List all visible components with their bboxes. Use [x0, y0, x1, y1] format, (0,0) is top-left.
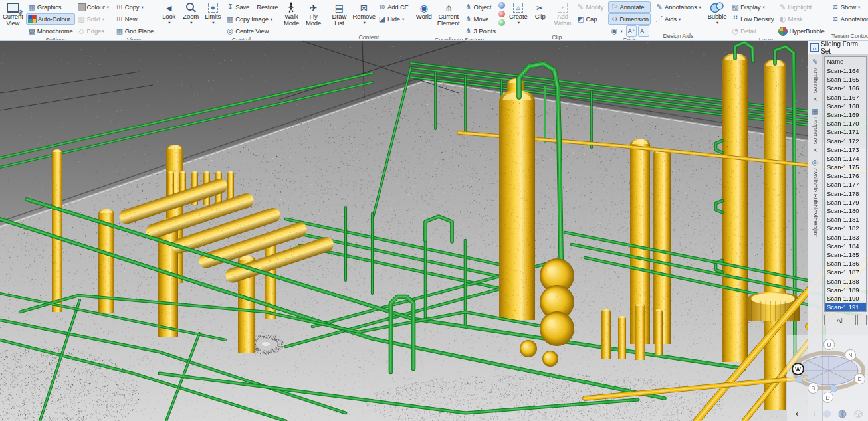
scan-list-item[interactable]: Scan-1.185	[825, 250, 866, 259]
scan-list-item[interactable]: Scan-1.169	[825, 110, 866, 119]
add-within-button[interactable]: +Add Within	[552, 1, 574, 34]
centre-view-button[interactable]: ◎Centre View	[224, 25, 280, 37]
scan-list-item[interactable]: Scan-1.188	[825, 277, 866, 286]
scan-list-item[interactable]: Scan-1.182	[825, 224, 866, 232]
scan-list-item[interactable]: Scan-1.179	[825, 198, 866, 207]
scan-list-item[interactable]: Scan-1.190	[825, 294, 866, 303]
compass-north[interactable]: N	[845, 349, 856, 361]
compass-south[interactable]: S	[808, 382, 819, 394]
scan-list-item[interactable]: Scan-1.164	[825, 66, 866, 75]
annotation-text-decrease-button[interactable]: A~	[638, 25, 649, 37]
highlight-button[interactable]: ✎Highlight	[776, 1, 826, 13]
scan-list-item[interactable]: Scan-1.184	[825, 242, 866, 250]
tab-attributes[interactable]: ✎ Attributes	[812, 56, 819, 94]
fly-mode-button[interactable]: ✈Fly Mode	[302, 1, 324, 34]
terrain-show-button[interactable]: ≋Show▾	[829, 1, 868, 13]
plane-blue-icon[interactable]	[498, 2, 505, 9]
graphics-button[interactable]: ▦Graphics	[26, 1, 75, 13]
solid-button[interactable]: ▥Solid▾	[76, 13, 111, 25]
clip-button[interactable]: ✂Clip	[530, 1, 551, 34]
viewport-3d[interactable]	[0, 41, 868, 421]
scan-list-item[interactable]: Scan-1.181	[825, 215, 866, 224]
current-element-button[interactable]: ⋔Current Element	[435, 1, 462, 34]
terrain-annotations-button[interactable]: ≋Annotations	[829, 13, 868, 25]
dimension-button[interactable]: ↔Dimension	[608, 13, 651, 25]
grid-plane-button[interactable]: ▦Grid Plane	[114, 25, 156, 37]
scan-list-item[interactable]: Scan-1.174	[825, 154, 866, 163]
three-points-button[interactable]: ⋔3 Points	[463, 25, 498, 37]
view-forward-icon[interactable]: →	[810, 409, 816, 418]
scan-list-item[interactable]: Scan-1.177	[825, 180, 866, 189]
scan-list-item[interactable]: Scan-1.189	[825, 286, 866, 294]
scan-list-item[interactable]: Scan-1.187	[825, 268, 866, 276]
mask-button[interactable]: ◐Mask	[776, 13, 826, 25]
move-button[interactable]: ⋔Move	[463, 13, 498, 25]
view-back-icon[interactable]: ←	[796, 409, 802, 418]
globe-view-icon[interactable]	[838, 410, 847, 418]
compass-east[interactable]: E	[854, 373, 865, 384]
cube-view-icon[interactable]	[854, 410, 863, 418]
tab-properties[interactable]: ▦ Properties	[812, 106, 818, 145]
close-attributes-icon[interactable]: ✕	[813, 94, 817, 106]
hide-button[interactable]: ◪Hide▾	[376, 13, 411, 25]
display-button[interactable]: ▧Display▾	[729, 1, 776, 13]
world-button[interactable]: ◉World	[413, 1, 435, 34]
scan-list-item[interactable]: Scan-1.176	[825, 171, 866, 180]
scan-list-item[interactable]: Scan-1.165	[825, 75, 866, 84]
partial-button[interactable]	[857, 315, 867, 325]
low-density-button[interactable]: ⠛Low Density	[729, 13, 776, 25]
scan-list-item[interactable]: Scan-1.183	[825, 233, 866, 242]
scan-list-item[interactable]: Scan-1.186	[825, 259, 866, 268]
monochrome-button[interactable]: ▩Monochrome	[26, 25, 75, 37]
view-dot-icon[interactable]	[823, 410, 831, 418]
scan-list-item[interactable]: Scan-1.168	[825, 102, 866, 110]
hyperbubble-button[interactable]: HyperBubble	[776, 25, 826, 37]
save-button[interactable]: ↧Save	[224, 1, 251, 13]
scan-list-item[interactable]: Scan-1.178	[825, 189, 866, 198]
auto-colour-button[interactable]: Auto-Colour	[26, 13, 75, 25]
scan-list-item[interactable]: Scan-1.166	[825, 84, 866, 92]
compass-up[interactable]: U	[823, 339, 835, 350]
add-ce-button[interactable]: ⊕Add CE	[376, 1, 411, 13]
annotate-button[interactable]: ⚐Annotate	[608, 1, 651, 13]
draw-list-button[interactable]: ▤Draw List	[326, 1, 352, 34]
create-clip-button[interactable]: △Create▾	[508, 1, 529, 34]
scan-list-item[interactable]: Scan-1.191	[825, 303, 866, 311]
panel-title-bar[interactable]: A Sliding Form Set	[808, 41, 868, 54]
scan-list-item[interactable]: Scan-1.173	[825, 145, 866, 154]
all-button[interactable]: All	[824, 315, 856, 325]
current-view-button[interactable]: ⚙ Current View	[1, 1, 25, 34]
plane-green-icon[interactable]	[498, 19, 505, 26]
new-view-button[interactable]: ⊞New	[114, 13, 156, 25]
look-button[interactable]: ◄Look▾	[158, 1, 179, 34]
colour-button[interactable]: Colour▾	[76, 1, 111, 13]
compass-west[interactable]: W	[792, 363, 804, 375]
scan-list-item[interactable]: Scan-1.175	[825, 163, 866, 171]
scan-list-item[interactable]: Scan-1.167	[825, 93, 866, 102]
limits-button[interactable]: ◆Limits▾	[202, 1, 223, 34]
scan-list-item[interactable]: Scan-1.171	[825, 127, 866, 136]
detail-button[interactable]: ◔Detail	[729, 25, 776, 37]
annotation-text-increase-button[interactable]: A^	[626, 25, 637, 37]
remove-button[interactable]: ⊠Remove▾	[352, 1, 376, 34]
aids-button[interactable]: ⋰Aids▾	[653, 13, 703, 25]
orientation-compass[interactable]: U N W E S D	[792, 339, 866, 404]
copy-image-button[interactable]: ▦Copy Image▾	[224, 13, 280, 25]
bubble-button[interactable]: Bubble▾	[706, 1, 729, 34]
scan-list-item[interactable]: Scan-1.180	[825, 207, 866, 215]
edges-button[interactable]: ◇Edges	[76, 25, 111, 37]
grid-sphere-button[interactable]: ◉▾	[608, 25, 624, 37]
close-properties-icon[interactable]: ✕	[813, 145, 817, 157]
tab-available-bubbleviews[interactable]: ◎ Available BubbleViews(Int	[812, 157, 819, 238]
object-button[interactable]: ⋔Object	[463, 1, 498, 13]
zoom-button[interactable]: Zoom▾	[180, 1, 201, 34]
restore-button[interactable]: Restore	[255, 1, 280, 13]
modify-clip-button[interactable]: ✎Modify	[574, 1, 605, 13]
scan-list-item[interactable]: Scan-1.170	[825, 119, 866, 127]
compass-down[interactable]: D	[822, 392, 833, 403]
cap-button[interactable]: ◩Cap	[574, 13, 605, 25]
design-annotations-button[interactable]: ✎Annotations▾	[653, 1, 703, 13]
walk-mode-button[interactable]: Walk Mode	[280, 1, 302, 34]
copy-view-button[interactable]: ⊞Copy▾	[114, 1, 156, 13]
plane-red-icon[interactable]	[498, 11, 505, 17]
